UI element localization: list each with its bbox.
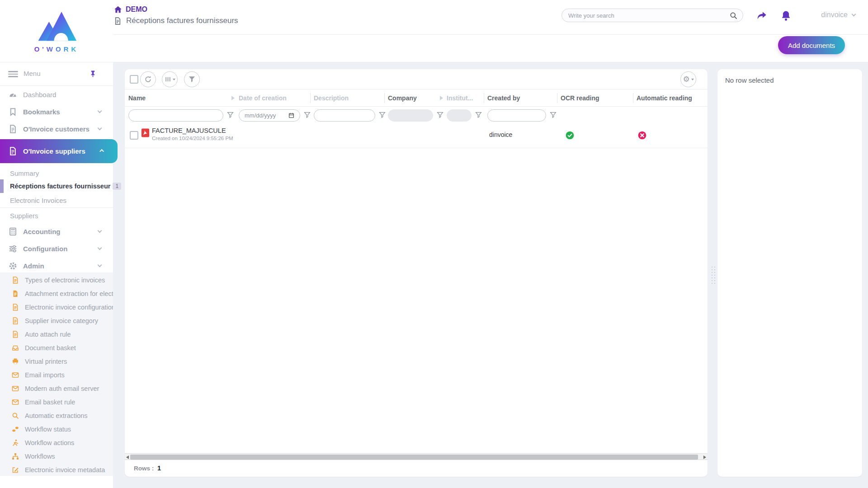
column-header-date-of-creation[interactable]: Date of creation [239, 94, 287, 102]
row-checkbox[interactable] [130, 131, 138, 140]
documents-table-card: ⚙ Name Date of creation Description Comp… [125, 69, 708, 477]
gear-icon [9, 262, 17, 270]
sidebar-subitem-suppliers[interactable]: Suppliers [0, 209, 113, 222]
column-header-created-by[interactable]: Created by [487, 94, 520, 102]
sidebar-admin-document-basket[interactable]: Document basket [0, 341, 113, 355]
sidebar-item-configuration[interactable]: Configuration [0, 240, 113, 257]
filter-date-input[interactable]: mm/dd/yyyy [239, 109, 300, 122]
user-menu[interactable]: dinvoice [821, 11, 855, 19]
sidebar-subitem-summary[interactable]: Summary [0, 166, 113, 180]
funnel-icon[interactable] [437, 112, 443, 118]
breadcrumb[interactable]: DEMO [114, 5, 147, 14]
sidebar-menu-row: Menu [0, 62, 113, 86]
sidebar-admin-virtual-printers[interactable]: Virtual printers [0, 355, 113, 368]
column-header-description[interactable]: Description [314, 94, 349, 102]
admin-item-label: Supplier invoice category [25, 317, 98, 324]
gear-icon: ⚙ [683, 75, 689, 83]
sidebar-item-oinvoice-customers[interactable]: O'Invoice customers [0, 120, 113, 137]
sidebar-admin-automatic-extractions[interactable]: Automatic extractions [0, 409, 113, 422]
column-header-ocr-reading[interactable]: OCR reading [561, 94, 599, 102]
column-header-name[interactable]: Name [128, 94, 146, 102]
column-header-company[interactable]: Company [388, 94, 417, 102]
columns-button[interactable] [162, 71, 178, 87]
file-invoice-icon [12, 317, 19, 324]
table-row[interactable]: FACTURE_MAJUSCULE Created on 10/24/2024 … [125, 123, 708, 148]
check-circle-icon [566, 131, 574, 140]
pin-icon[interactable] [89, 70, 97, 78]
sidebar-admin-electronic-invoice-metadata[interactable]: Electronic invoice metadata [0, 463, 113, 477]
caret-down-icon [691, 79, 694, 80]
file-invoice-icon [9, 125, 17, 133]
admin-item-label: Modern auth email server [25, 385, 99, 392]
filter-created-by-input[interactable] [487, 109, 546, 122]
sidebar-item-label: O'Invoice suppliers [23, 147, 85, 155]
funnel-icon[interactable] [379, 112, 386, 118]
funnel-icon[interactable] [550, 112, 557, 118]
magnifier-icon [12, 412, 19, 419]
filter-button[interactable] [184, 71, 200, 87]
sidebar-admin-workflow-status[interactable]: Workflow status [0, 422, 113, 436]
divider [0, 207, 113, 208]
admin-item-label: Workflow actions [25, 439, 74, 446]
add-documents-button[interactable]: Add documents [778, 36, 845, 54]
sidebar-admin-electronic-invoice-configuration[interactable]: Electronic invoice configuration [0, 300, 113, 314]
admin-item-label: Electronic invoice metadata [25, 466, 105, 474]
chevron-down-icon [98, 246, 102, 250]
chevron-down-icon [98, 229, 102, 233]
sidebar-admin-types-of-electronic-invoices[interactable]: Types of electronic invoices [0, 273, 113, 287]
filter-description-input[interactable] [314, 109, 375, 122]
hamburger-icon[interactable] [8, 71, 18, 77]
no-row-selected-text: No row selected [725, 76, 774, 84]
document-name[interactable]: FACTURE_MAJUSCULE [152, 127, 226, 134]
funnel-icon[interactable] [304, 112, 311, 118]
page-title: Réceptions factures fournisseurs [114, 16, 238, 25]
scrollbar-thumb[interactable] [130, 455, 698, 460]
sidebar-subitem-electronic-invoices[interactable]: Electronic Invoices [0, 193, 113, 207]
admin-item-label: Email basket rule [25, 399, 75, 406]
sidebar-admin-auto-attach-rule[interactable]: Auto attach rule [0, 328, 113, 341]
column-header-institution[interactable]: Institut... [447, 94, 473, 102]
filter-name-input[interactable] [128, 109, 223, 122]
sidebar-item-admin[interactable]: Admin [0, 257, 113, 274]
bell-icon[interactable] [780, 10, 792, 22]
date-placeholder: mm/dd/yyyy [245, 112, 276, 119]
chevron-up-icon [99, 149, 104, 153]
scroll-left-arrow-icon[interactable] [126, 455, 129, 459]
subitem-label: Suppliers [10, 212, 38, 220]
caret-right-icon[interactable] [440, 96, 443, 100]
funnel-icon[interactable] [227, 112, 234, 118]
rows-label: Rows : [134, 465, 154, 472]
caret-right-icon[interactable] [231, 96, 235, 100]
sidebar-admin-attachment-extraction[interactable]: Attachment extraction for electron [0, 287, 113, 300]
table-footer: Rows : 1 [125, 460, 708, 477]
sidebar-admin-modern-auth-email-server[interactable]: Modern auth email server [0, 382, 113, 395]
horizontal-scrollbar[interactable] [125, 453, 708, 460]
sidebar-admin-workflow-actions[interactable]: Workflow actions [0, 436, 113, 450]
refresh-button[interactable] [140, 71, 156, 87]
sidebar-admin-email-basket-rule[interactable]: Email basket rule [0, 395, 113, 409]
calendar-icon[interactable] [288, 113, 294, 118]
select-all-checkbox[interactable] [130, 75, 138, 84]
sidebar-subitem-receptions[interactable]: Réceptions factures fournisseur 1 [0, 179, 113, 193]
search-input[interactable] [562, 12, 730, 19]
sidebar-item-bookmarks[interactable]: Bookmarks [0, 103, 113, 120]
sidebar-item-dashboard[interactable]: Dashboard [0, 86, 113, 103]
sidebar-item-oinvoice-suppliers-active[interactable]: O'Invoice suppliers [0, 139, 118, 163]
sidebar: Menu Dashboard Bookmarks O'Invoice custo… [0, 62, 113, 488]
panel-resize-handle[interactable] [711, 266, 716, 284]
filter-icon [188, 75, 196, 83]
scroll-right-arrow-icon[interactable] [703, 455, 706, 459]
share-icon[interactable] [756, 10, 768, 22]
column-header-automatic-reading[interactable]: Automatic reading [637, 94, 692, 102]
sidebar-item-accounting[interactable]: Accounting [0, 223, 113, 240]
sidebar-admin-email-imports[interactable]: Email imports [0, 368, 113, 382]
rows-count: 1 [157, 465, 161, 472]
column-divider [633, 93, 633, 103]
funnel-icon[interactable] [475, 112, 482, 118]
sidebar-admin-workflows[interactable]: Workflows [0, 450, 113, 463]
search-icon[interactable] [730, 12, 737, 19]
table-settings-button[interactable]: ⚙ [680, 71, 696, 87]
sidebar-item-label: Bookmarks [23, 108, 60, 116]
chevron-down-icon [852, 12, 856, 17]
sidebar-admin-supplier-invoice-category[interactable]: Supplier invoice category [0, 314, 113, 328]
